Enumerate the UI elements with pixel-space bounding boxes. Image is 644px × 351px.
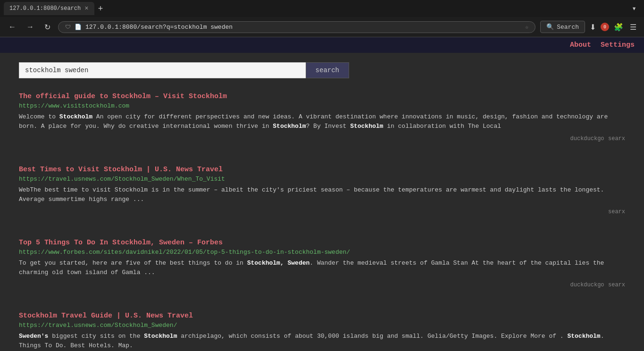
source-link[interactable]: duckduckgo (570, 282, 604, 288)
result-title[interactable]: Top 5 Things To Do In Stockholm, Sweden … (19, 239, 625, 247)
shield-icon: 🛡 (65, 24, 71, 31)
result-url: https://travel.usnews.com/Stockholm_Swed… (19, 322, 625, 329)
result-snippet: Sweden's biggest city sits on the Stockh… (19, 332, 625, 350)
results-container: The official guide to Stockholm – Visit … (19, 92, 625, 351)
result-title[interactable]: Best Times to Visit Stockholm | U.S. New… (19, 166, 625, 174)
tab-bar: 127.0.0.1:8080/search × + ▾ (0, 0, 644, 17)
active-tab[interactable]: 127.0.0.1:8080/search × (4, 2, 94, 15)
result-item: The official guide to Stockholm – Visit … (19, 92, 625, 151)
source-link[interactable]: searx (608, 135, 625, 142)
about-link[interactable]: About (570, 41, 591, 49)
new-tab-button[interactable]: + (94, 4, 107, 14)
settings-link[interactable]: Settings (601, 41, 635, 49)
search-magnifier-icon: 🔍 (546, 23, 554, 31)
page-icon: 📄 (75, 24, 82, 31)
result-item: Best Times to Visit Stockholm | U.S. New… (19, 166, 625, 225)
browser-chrome: 127.0.0.1:8080/search × + ▾ ← → ↻ 🛡 📄 ☆ … (0, 0, 644, 37)
result-snippet: Welcome to Stockholm An open city for di… (19, 112, 625, 131)
result-title[interactable]: Stockholm Travel Guide | U.S. News Trave… (19, 312, 625, 320)
forward-button[interactable]: → (24, 21, 37, 33)
result-sources: searx (19, 208, 625, 215)
source-link[interactable]: searx (608, 209, 625, 215)
source-link[interactable]: searx (608, 282, 625, 288)
result-url: https://travel.usnews.com/Stockholm_Swed… (19, 176, 625, 183)
result-url: https://www.forbes.com/sites/davidnikel/… (19, 249, 625, 256)
menu-button[interactable]: ☰ (628, 21, 638, 33)
app-header: About Settings (0, 37, 644, 53)
main-content: search The official guide to Stockholm –… (0, 53, 644, 351)
result-snippet: WebThe best time to visit Stockholm is i… (19, 185, 625, 204)
result-url: https://www.visitstockholm.com (19, 102, 625, 109)
address-bar-container: 🛡 📄 ☆ (58, 21, 535, 33)
result-sources: duckduckgo searx (19, 281, 625, 288)
search-form: search (19, 62, 349, 78)
nav-right-icons: 🔍 Search ⬇ 0 🧩 ☰ (540, 21, 638, 33)
result-item: Top 5 Things To Do In Stockholm, Sweden … (19, 239, 625, 298)
reload-button[interactable]: ↻ (42, 21, 53, 33)
back-button[interactable]: ← (6, 21, 19, 33)
download-button[interactable]: ⬇ (588, 21, 598, 33)
result-item: Stockholm Travel Guide | U.S. News Trave… (19, 312, 625, 351)
browser-search-button[interactable]: 🔍 Search (540, 21, 585, 33)
tab-close-icon[interactable]: × (84, 5, 88, 12)
nav-bar: ← → ↻ 🛡 📄 ☆ 🔍 Search ⬇ 0 🧩 ☰ (0, 17, 644, 37)
extensions-button[interactable]: 🧩 (612, 21, 625, 33)
source-link[interactable]: duckduckgo (570, 135, 604, 142)
result-title[interactable]: The official guide to Stockholm – Visit … (19, 92, 625, 100)
tab-dropdown-icon[interactable]: ▾ (628, 4, 640, 13)
bookmark-icon[interactable]: ☆ (525, 24, 528, 31)
browser-search-label: Search (557, 24, 579, 31)
address-input[interactable] (85, 24, 521, 31)
search-button[interactable]: search (306, 62, 349, 78)
result-snippet: To get you started, here are five of the… (19, 259, 625, 277)
search-input[interactable] (19, 62, 306, 78)
ublock-badge[interactable]: 0 (601, 23, 609, 31)
result-sources: duckduckgo searx (19, 134, 625, 142)
tab-title: 127.0.0.1:8080/search (9, 5, 81, 12)
